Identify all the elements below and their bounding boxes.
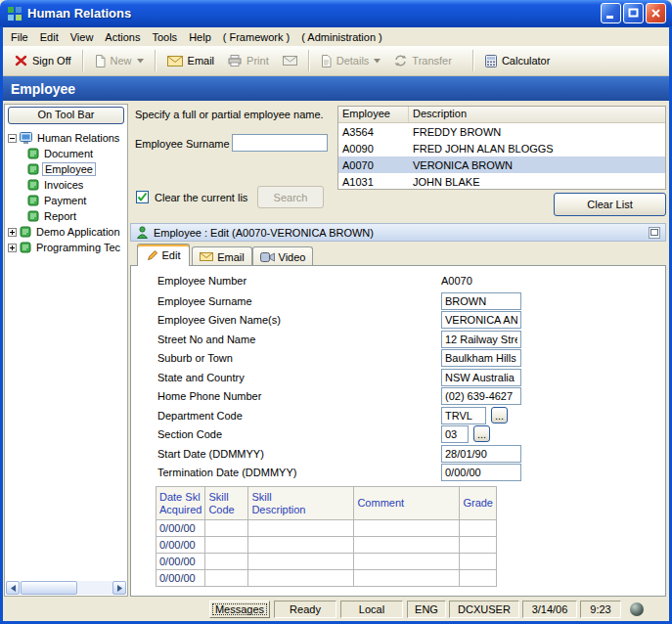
maximize-button[interactable] [623,3,644,23]
column-header-description[interactable]: Description [409,107,665,122]
grade-cell[interactable] [460,537,497,554]
surname-field[interactable] [441,292,521,310]
collapse-expander-icon[interactable] [8,134,17,143]
given-names-field[interactable] [441,311,521,329]
street-field[interactable] [441,331,521,348]
skill-description-cell[interactable] [248,537,354,554]
column-header-grade[interactable]: Grade [460,487,497,520]
sidebar-item-demo-application[interactable]: Demo Application [8,224,126,240]
skill-code-cell[interactable] [205,520,248,537]
table-row-selected[interactable]: A0070 VERONICA BROWN [338,156,665,173]
status-language: ENG [407,601,446,618]
search-button[interactable]: Search [257,186,324,208]
department-code-field[interactable] [441,407,486,424]
transfer-icon [394,55,407,67]
home-phone-field[interactable] [441,387,521,405]
termination-date-field[interactable] [441,464,521,481]
minimize-button[interactable] [601,3,621,23]
section-lookup-button[interactable]: ... [473,425,490,442]
details-button[interactable]: Details [314,51,388,71]
table-row[interactable]: A0090 FRED JOHN ALAN BLOGGS [338,140,665,156]
tab-email[interactable]: Email [192,246,252,266]
chevron-down-icon [374,59,381,64]
clear-list-checkbox-label: Clear the current lis [155,192,247,203]
skills-table: Date Skl Acquired Skill Code Skill Descr… [156,486,497,587]
skill-code-cell[interactable] [205,570,248,587]
sidebar-item-document[interactable]: Document [27,146,126,161]
suburb-field[interactable] [441,349,521,367]
menu-view[interactable]: View [65,29,100,45]
sidebar-item-invoices[interactable]: Invoices [27,177,126,193]
field-label: Employee Number [157,275,246,287]
grade-cell[interactable] [460,570,497,587]
expand-expander-icon[interactable] [8,244,17,252]
comment-cell[interactable] [354,537,460,554]
expand-expander-icon[interactable] [8,228,17,237]
tab-edit[interactable]: Edit [137,244,190,266]
clear-list-button[interactable]: Clear List [554,193,666,216]
sidebar-item-payment[interactable]: Payment [27,193,126,208]
grade-cell[interactable] [460,554,497,570]
menu-administration[interactable]: ( Administration ) [295,29,388,45]
on-tool-bar-button[interactable]: On Tool Bar [8,107,124,124]
comment-cell[interactable] [354,554,460,570]
scroll-right-button[interactable] [112,581,126,595]
start-date-field[interactable] [441,445,521,463]
status-indicator-icon [630,602,644,616]
section-code-field[interactable] [441,425,469,443]
menu-framework[interactable]: ( Framework ) [217,29,295,45]
scrollbar-thumb[interactable] [21,581,77,595]
sidebar-item-report[interactable]: Report [27,208,126,224]
sidebar-item-programming[interactable]: Programming Tec [8,240,126,255]
comment-cell[interactable] [354,570,460,587]
field-label: Employee Given Name(s) [157,314,281,326]
table-row[interactable]: A3564 FREDDY BROWN [338,123,665,140]
print-button[interactable]: Print [221,51,276,70]
calculator-button[interactable]: Calculator [478,51,558,71]
horizontal-scrollbar[interactable] [6,581,126,595]
pencil-icon [147,249,158,261]
skill-code-cell[interactable] [205,537,248,554]
column-header-comment[interactable]: Comment [354,487,460,520]
state-country-field[interactable] [441,369,521,386]
menu-tools[interactable]: Tools [146,29,183,45]
grade-cell[interactable] [460,520,497,537]
sidebar-item-employee[interactable]: Employee [27,161,126,177]
tree-root[interactable]: Human Relations [8,130,126,146]
surname-input[interactable] [232,134,328,152]
column-header-employee[interactable]: Employee [338,107,409,122]
table-row[interactable]: A1031 JOHN BLAKE [338,173,665,190]
date-acquired-cell[interactable]: 0/00/00 [157,537,205,554]
tree-root-label[interactable]: Human Relations [35,132,121,144]
menu-help[interactable]: Help [183,29,217,45]
close-button[interactable] [646,3,666,23]
column-header-date-acquired[interactable]: Date Skl Acquired [157,487,205,520]
department-lookup-button[interactable]: ... [491,407,508,423]
mail-button[interactable] [276,52,304,69]
date-acquired-cell[interactable]: 0/00/00 [157,570,205,587]
skill-description-cell[interactable] [248,554,354,570]
new-button[interactable]: New [88,51,151,71]
chevron-down-icon [137,59,144,64]
sign-off-button[interactable]: Sign Off [8,51,78,70]
skill-code-cell[interactable] [205,554,248,570]
skill-description-cell[interactable] [248,570,354,587]
clear-list-checkbox[interactable] [136,191,149,203]
date-acquired-cell[interactable]: 0/00/00 [157,554,205,570]
skill-description-cell[interactable] [248,520,354,537]
messages-button[interactable]: Messages [209,601,270,618]
column-header-skill-code[interactable]: Skill Code [205,487,248,520]
scroll-left-button[interactable] [6,581,20,595]
title-bar[interactable]: Human Relations [0,0,672,27]
menu-edit[interactable]: Edit [34,29,65,45]
date-acquired-cell[interactable]: 0/00/00 [157,520,205,537]
comment-cell[interactable] [354,520,460,537]
panel-collapse-icon[interactable] [649,227,660,239]
transfer-button[interactable]: Transfer [387,51,459,70]
menu-actions[interactable]: Actions [99,29,146,45]
email-button[interactable]: Email [160,51,222,70]
tab-video[interactable]: Video [252,246,313,266]
menu-file[interactable]: File [5,29,34,45]
status-user: DCXUSER [449,601,519,618]
column-header-skill-description[interactable]: Skill Description [248,487,354,520]
